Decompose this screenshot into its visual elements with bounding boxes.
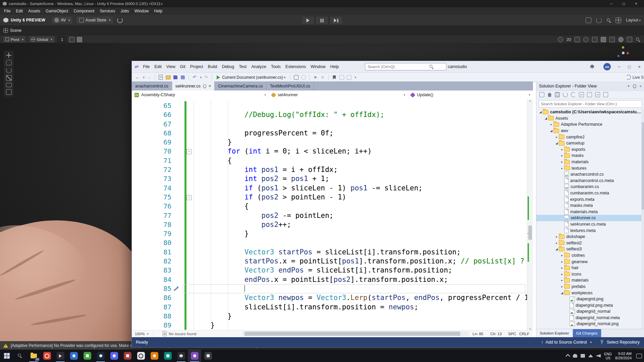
clock[interactable]: 9:02 AM 8/29/2024 bbox=[615, 352, 632, 360]
network-icon[interactable] bbox=[588, 354, 593, 357]
comment-icon[interactable] bbox=[339, 74, 345, 81]
vs-menu-tools[interactable]: Tools bbox=[269, 64, 283, 69]
rotate-tool-icon[interactable] bbox=[6, 67, 12, 73]
indent-icon[interactable]: ≡ bbox=[312, 74, 318, 81]
refresh-icon[interactable] bbox=[571, 92, 576, 97]
collapse-all-icon[interactable] bbox=[579, 92, 584, 97]
scene-orientation-gizmo[interactable] bbox=[616, 46, 629, 59]
file-explorer-button[interactable]: 26 bbox=[27, 350, 40, 362]
tree-item[interactable]: ▸Adaptive Performance bbox=[536, 121, 641, 128]
history-icon[interactable] bbox=[596, 17, 602, 23]
action-center-icon[interactable] bbox=[636, 354, 642, 358]
redo-icon[interactable]: ↷ bbox=[203, 74, 209, 81]
tree-item[interactable]: anacharcontrol.cs.meta bbox=[536, 178, 641, 184]
green-app-icon[interactable] bbox=[80, 350, 94, 362]
navigate-forward-icon[interactable]: → bbox=[146, 74, 152, 81]
paint-app-icon[interactable] bbox=[121, 350, 134, 362]
collapsed-arrow-icon[interactable]: ▸ bbox=[560, 273, 564, 276]
security-tray-icon[interactable] bbox=[581, 354, 585, 358]
tree-item[interactable]: ▸masks bbox=[536, 153, 641, 159]
collapsed-arrow-icon[interactable]: ▸ bbox=[560, 279, 564, 282]
hidden-objects-icon[interactable] bbox=[601, 37, 606, 42]
tree-item[interactable]: exports.meta bbox=[536, 196, 641, 202]
member-dropdown[interactable]: Update() ▾ bbox=[408, 90, 533, 99]
code-line-77[interactable]: 77 pos2 -= pointLen; bbox=[132, 211, 527, 220]
tree-item[interactable]: ▸campfire2 bbox=[536, 134, 641, 140]
column-indicator[interactable]: Ch: 13 bbox=[490, 330, 502, 337]
save-icon[interactable] bbox=[172, 74, 178, 81]
save-all-icon[interactable] bbox=[180, 74, 186, 81]
chat-app-icon[interactable] bbox=[67, 350, 80, 362]
unity-maximize-button[interactable]: □ bbox=[623, 1, 625, 6]
collapsed-arrow-icon[interactable]: ▸ bbox=[560, 167, 564, 170]
grid-visibility-icon[interactable] bbox=[609, 37, 615, 42]
vs-menu-project[interactable]: Project bbox=[188, 64, 206, 69]
expanded-arrow-icon[interactable]: ◢ bbox=[538, 110, 543, 114]
tree-item[interactable]: diapergrid_normal.meta bbox=[536, 315, 641, 321]
visual-studio-icon[interactable] bbox=[188, 350, 201, 362]
search-icon[interactable] bbox=[606, 18, 611, 22]
zoom-dropdown[interactable]: 160% ▾ bbox=[132, 331, 153, 337]
tree-item[interactable]: materials.meta bbox=[536, 209, 641, 215]
tree-item[interactable]: set4runner.cs bbox=[536, 215, 641, 221]
select-repository-button[interactable]: Select Repository bbox=[600, 340, 640, 345]
unity-menu-services[interactable]: Services bbox=[97, 9, 118, 13]
start-debug-button[interactable]: Current Document (set4runner.cs) ▾ bbox=[215, 75, 287, 80]
collapsed-arrow-icon[interactable]: ▸ bbox=[560, 285, 564, 288]
vs-minimize-button[interactable]: − bbox=[614, 61, 624, 72]
tree-item[interactable]: ▸icons bbox=[536, 271, 641, 277]
unity-menu-gameobject[interactable]: GameObject bbox=[43, 9, 71, 13]
vs-close-button[interactable]: × bbox=[634, 61, 644, 72]
account-avatar[interactable]: AV bbox=[603, 63, 611, 70]
unity-menu-jobs[interactable]: Jobs bbox=[118, 9, 131, 13]
tree-item[interactable]: ▸clothes bbox=[536, 252, 641, 259]
hot-reload-icon[interactable] bbox=[301, 74, 307, 81]
view-2d-toggle[interactable]: 2D bbox=[567, 38, 571, 42]
code-line-76[interactable]: 76 { bbox=[132, 202, 527, 211]
expanded-arrow-icon[interactable]: ◢ bbox=[544, 117, 548, 120]
code-line-72[interactable]: 72 int pos1 = i + offIdx; bbox=[132, 165, 527, 174]
pin-icon[interactable] bbox=[202, 83, 207, 88]
solution-search-input[interactable] bbox=[539, 102, 642, 106]
editor-horizontal-scrollbar[interactable] bbox=[243, 331, 469, 336]
collapsed-arrow-icon[interactable]: ▸ bbox=[560, 154, 564, 157]
tree-item[interactable]: masks.meta bbox=[536, 202, 641, 209]
panel-tab-git-changes[interactable]: Git Changes bbox=[573, 329, 601, 337]
properties-icon[interactable] bbox=[595, 92, 600, 97]
doc-tab-CinemachineCamera.cs[interactable]: CinemachineCamera.cs bbox=[215, 81, 266, 90]
pause-button[interactable] bbox=[316, 16, 329, 25]
expanded-arrow-icon[interactable]: ◢ bbox=[560, 291, 564, 295]
tree-item[interactable]: ◢camsetup bbox=[536, 140, 641, 146]
doc-tab-set4runner.cs[interactable]: set4runner.cs× bbox=[172, 81, 215, 90]
asset-store-button[interactable]: Asset Store ▾ bbox=[76, 16, 114, 24]
vs-menu-debug[interactable]: Debug bbox=[219, 64, 236, 69]
doc-tab-TextMeshProUGUI.cs[interactable]: TextMeshProUGUI.cs bbox=[267, 81, 314, 90]
spaces-indicator[interactable]: SPC bbox=[508, 330, 516, 337]
new-file-icon[interactable] bbox=[158, 74, 164, 81]
global-dropdown[interactable]: Global ▾ bbox=[29, 36, 55, 43]
code-line-86[interactable]: 86 Vector3 newpos = Vector3.Lerp(startPo… bbox=[132, 293, 527, 302]
code-line-83[interactable]: 83 Vector3 endPos = sliceList[i].transfo… bbox=[132, 266, 527, 275]
close-tab-icon[interactable]: × bbox=[209, 83, 211, 88]
switch-views-icon[interactable] bbox=[539, 92, 544, 97]
steam-icon[interactable] bbox=[94, 350, 107, 362]
krita-icon[interactable] bbox=[161, 350, 174, 362]
pending-changes-filter-icon[interactable] bbox=[555, 92, 560, 97]
camera-settings-icon[interactable] bbox=[618, 37, 624, 42]
home-icon[interactable] bbox=[547, 93, 552, 97]
tree-item[interactable]: ▸gearnew bbox=[536, 258, 641, 265]
code-line-65[interactable]: 65 bbox=[132, 101, 527, 110]
start-button[interactable] bbox=[0, 350, 13, 362]
collapsed-arrow-icon[interactable]: ▸ bbox=[549, 123, 553, 126]
unity-account-button[interactable]: AV ▾ bbox=[51, 16, 73, 24]
vs-menu-build[interactable]: Build bbox=[206, 64, 220, 69]
tree-item[interactable]: diapergrid_normal bbox=[536, 308, 641, 315]
refresh-icon[interactable] bbox=[117, 17, 123, 23]
tree-item[interactable]: ▸selftest2 bbox=[536, 240, 641, 246]
expanded-arrow-icon[interactable]: ◢ bbox=[549, 129, 553, 132]
vs-menu-help[interactable]: Help bbox=[328, 64, 341, 69]
tree-item[interactable]: ▸exports bbox=[536, 146, 641, 153]
step-button[interactable] bbox=[330, 16, 343, 25]
gizmos-icon[interactable] bbox=[627, 37, 632, 42]
tree-item[interactable]: ◢selftest3 bbox=[536, 246, 641, 252]
